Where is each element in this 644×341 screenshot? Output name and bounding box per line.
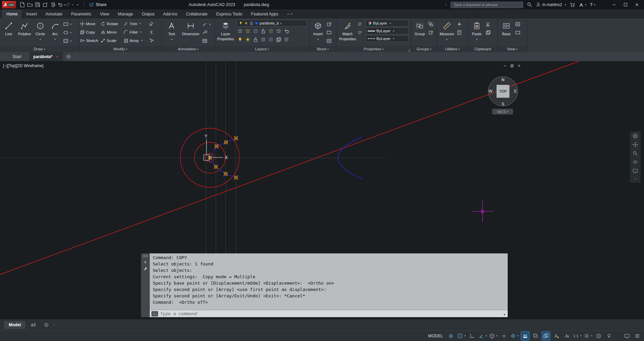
viewport-restore-icon[interactable] — [510, 64, 514, 68]
groups-panel-label[interactable]: Groups — [411, 46, 437, 52]
isometric-drafting-toggle[interactable] — [489, 332, 498, 340]
window-close-button[interactable] — [632, 1, 642, 9]
insert-button[interactable]: Insert — [311, 19, 325, 46]
autoscale-toggle[interactable] — [563, 332, 571, 340]
paste-dropdown-icon[interactable] — [476, 37, 477, 42]
viewcube-east[interactable]: E — [514, 89, 517, 94]
viewcube-face-label[interactable]: TOP — [499, 89, 507, 93]
select-similar-tool[interactable] — [149, 38, 157, 43]
copy-tool[interactable]: Copy — [80, 30, 101, 35]
edit-attributes-tool[interactable] — [325, 20, 333, 28]
unlock-layer-icon[interactable] — [253, 37, 258, 42]
file-tab-parabola[interactable]: parábola* — [29, 52, 63, 61]
linetype-dropdown[interactable]: ByLayer — [366, 35, 409, 42]
layer-walk-icon[interactable] — [268, 37, 274, 42]
copy-to-layer-icon[interactable] — [276, 37, 281, 42]
multileader-tool[interactable] — [201, 29, 212, 36]
viewport-minimize-icon[interactable] — [503, 64, 507, 68]
layer-previous-icon[interactable] — [284, 29, 289, 34]
layers-panel-label[interactable]: Layers — [215, 46, 309, 52]
polyline-button[interactable]: Polyline — [16, 19, 33, 46]
base-button[interactable]: Base — [499, 19, 514, 46]
annotation-scale-button[interactable]: 1:1 — [573, 332, 582, 340]
command-window[interactable]: Command: COPY Select objects: 1 found Se… — [141, 253, 508, 317]
isolate-objects-button[interactable] — [605, 332, 613, 340]
properties-dialog-launcher[interactable] — [408, 49, 410, 51]
fillet-tool[interactable]: Fillet — [124, 30, 149, 35]
undo-button[interactable] — [57, 1, 65, 9]
search-expand-icon[interactable] — [444, 3, 448, 7]
layer-properties-button[interactable]: Layer Properties — [216, 19, 235, 46]
turn-all-layers-on-icon[interactable] — [237, 37, 243, 42]
window-minimize-button[interactable] — [609, 1, 619, 9]
layer-match-icon[interactable] — [276, 29, 281, 34]
copy-clip-tool[interactable] — [485, 29, 492, 36]
viewcube-west[interactable]: W — [489, 89, 493, 94]
array-tool[interactable]: Array — [124, 38, 149, 43]
leader-tool[interactable] — [201, 20, 212, 28]
ungroup-tool[interactable] — [427, 20, 434, 28]
tab-view[interactable]: View — [96, 9, 113, 18]
object-snap-toggle[interactable] — [510, 332, 519, 340]
hatch-tool[interactable] — [62, 37, 73, 45]
group-button[interactable]: Group — [412, 19, 427, 46]
steering-wheel-icon[interactable] — [633, 133, 638, 139]
ellipse-tool[interactable] — [62, 29, 73, 36]
keyword-search-input[interactable] — [451, 2, 523, 8]
annotation-panel-label[interactable]: Annotation — [162, 46, 215, 52]
zoom-icon[interactable] — [633, 151, 638, 156]
layout-tab-a3[interactable]: a3 — [26, 321, 40, 329]
insert-dropdown-icon[interactable] — [317, 37, 319, 42]
command-prompt-icon[interactable] — [151, 311, 158, 316]
orbit-icon[interactable] — [633, 159, 638, 165]
circle-dropdown-icon[interactable] — [40, 37, 41, 42]
layer-freeze-icon[interactable] — [253, 29, 258, 34]
group-edit-tool[interactable] — [427, 29, 434, 36]
quick-calc-tool[interactable] — [456, 29, 463, 36]
properties-panel-label[interactable]: Properties — [336, 46, 411, 52]
modify-panel-label[interactable]: Modify — [79, 46, 162, 52]
new-file-button[interactable] — [18, 1, 26, 9]
snap-toggle[interactable] — [457, 332, 466, 340]
layer-lock-icon[interactable] — [261, 29, 266, 34]
object-snap-tracking-toggle[interactable] — [500, 332, 508, 340]
showmotion-icon[interactable] — [633, 168, 638, 174]
layer-select-dropdown[interactable]: parábola_b — [237, 20, 307, 27]
mirror-tool[interactable]: Mirror — [101, 30, 124, 35]
app-menu-button[interactable]: A CAD — [2, 1, 16, 8]
stretch-tool[interactable]: Stretch — [80, 38, 101, 43]
window-maximize-button[interactable] — [620, 1, 631, 9]
measure-button[interactable]: Measure — [438, 19, 456, 46]
properties-list-tool[interactable] — [358, 20, 364, 28]
construction-lines[interactable] — [0, 61, 386, 258]
unisolate-layer-icon[interactable] — [261, 37, 266, 42]
lineweight-toggle[interactable] — [521, 332, 529, 340]
autodesk-app-menu[interactable] — [579, 1, 586, 9]
dimension-button[interactable]: Dimension — [180, 19, 201, 46]
help-menu[interactable]: ? — [589, 1, 596, 9]
viewport-config-tool[interactable] — [514, 20, 521, 28]
arc-dropdown-icon[interactable] — [54, 37, 56, 42]
block-panel-label[interactable]: Block — [310, 46, 336, 52]
layout-tab-model[interactable]: Model — [4, 321, 26, 329]
lineweight-dropdown[interactable]: ByLayer — [366, 28, 409, 34]
rotate-tool[interactable]: Rotate — [101, 21, 124, 26]
explode-tool[interactable] — [149, 30, 157, 35]
viewcube-north[interactable]: N — [502, 78, 505, 82]
rectangle-tool[interactable] — [62, 20, 73, 28]
viewport-close-icon[interactable] — [517, 64, 521, 68]
trim-tool[interactable]: Trim — [124, 21, 149, 26]
line-button[interactable]: Line — [1, 19, 16, 46]
paste-button[interactable]: Paste — [469, 19, 485, 46]
measure-dropdown-icon[interactable] — [446, 37, 448, 42]
command-drag-grip[interactable] — [143, 254, 148, 257]
merge-layers-icon[interactable] — [284, 37, 289, 42]
tab-output[interactable]: Output — [137, 9, 159, 18]
draw-panel-label[interactable]: Draw — [0, 46, 79, 52]
user-account-menu[interactable]: m.martins2 — [536, 2, 566, 7]
text-button[interactable]: Text — [163, 19, 180, 46]
navbar-chevron-icon[interactable] — [633, 177, 637, 181]
move-tool[interactable]: Move — [80, 21, 101, 26]
grid-toggle[interactable] — [447, 332, 455, 340]
wcs-dropdown[interactable]: WCS — [492, 109, 513, 114]
